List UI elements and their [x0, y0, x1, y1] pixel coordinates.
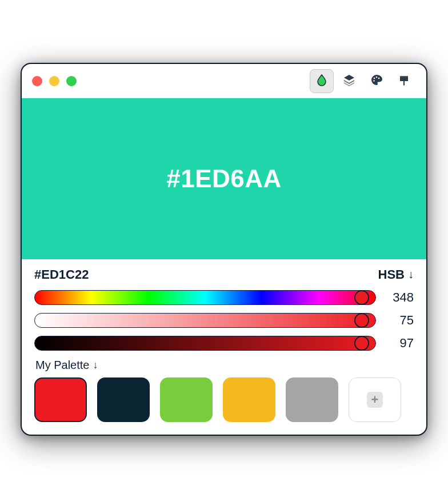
palette-selector[interactable]: My Palette ↓	[35, 359, 414, 372]
hex-value[interactable]: #ED1C22	[34, 267, 89, 282]
palette-swatch-0[interactable]	[34, 377, 87, 422]
color-picker-window: #1ED6AA #ED1C22 HSB ↓ 348 75	[21, 63, 427, 436]
titlebar	[22, 64, 426, 98]
saturation-thumb[interactable]	[354, 313, 369, 328]
brightness-slider-row: 97	[34, 336, 414, 351]
chevron-down-icon: ↓	[408, 268, 414, 281]
layers-tool-button[interactable]	[337, 69, 361, 93]
palette-swatch-1[interactable]	[97, 377, 150, 422]
palette-swatch-4[interactable]	[286, 377, 338, 422]
hue-value: 348	[386, 290, 414, 305]
palette-row: +	[34, 377, 414, 422]
hue-slider[interactable]	[34, 290, 376, 305]
dropper-tool-button[interactable]	[310, 69, 334, 93]
picker-header: #ED1C22 HSB ↓	[34, 267, 414, 282]
zoom-window-button[interactable]	[66, 76, 77, 86]
paintbrush-icon	[397, 73, 411, 89]
saturation-value: 75	[386, 313, 414, 328]
svg-point-3	[373, 80, 375, 82]
layers-icon	[342, 73, 356, 89]
chevron-down-icon: ↓	[93, 359, 98, 371]
color-mode-label: HSB	[378, 267, 405, 282]
palette-swatch-2[interactable]	[160, 377, 213, 422]
saturation-slider-row: 75	[34, 313, 414, 328]
svg-point-2	[378, 77, 380, 79]
color-mode-selector[interactable]: HSB ↓	[378, 267, 414, 282]
color-preview-hex: #1ED6AA	[166, 164, 282, 193]
add-swatch-button[interactable]: +	[349, 377, 401, 422]
palette-tool-button[interactable]	[365, 69, 389, 93]
minimize-window-button[interactable]	[49, 76, 59, 86]
brush-tool-button[interactable]	[392, 69, 416, 93]
palette-icon	[370, 73, 383, 89]
hue-slider-row: 348	[34, 290, 414, 305]
brightness-slider[interactable]	[34, 336, 376, 351]
palette-swatch-3[interactable]	[223, 377, 275, 422]
brightness-value: 97	[386, 336, 414, 351]
hue-thumb[interactable]	[354, 290, 369, 305]
color-preview[interactable]: #1ED6AA	[22, 98, 426, 259]
close-window-button[interactable]	[32, 76, 42, 86]
controls-panel: #ED1C22 HSB ↓ 348 75 97 My Palett	[22, 259, 426, 435]
palette-label: My Palette	[35, 359, 89, 372]
droplet-icon	[315, 73, 329, 89]
toolbar	[310, 69, 416, 93]
saturation-slider[interactable]	[34, 313, 376, 328]
svg-point-0	[374, 77, 375, 79]
plus-icon: +	[367, 392, 383, 408]
brightness-thumb[interactable]	[354, 336, 369, 351]
window-controls	[32, 76, 77, 86]
svg-point-1	[376, 76, 378, 78]
